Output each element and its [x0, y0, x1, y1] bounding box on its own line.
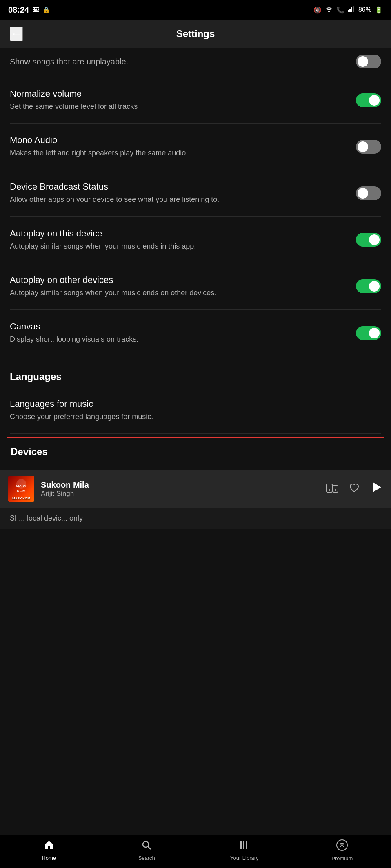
mono-audio-text: Mono Audio Makes the left and right spea… — [10, 135, 356, 158]
home-icon — [44, 840, 54, 853]
svg-text:KOM: KOM — [17, 489, 26, 493]
mono-audio-toggle[interactable] — [356, 140, 381, 154]
bottom-navigation: Home Search Your Library P — [0, 835, 391, 868]
search-icon — [141, 840, 152, 853]
status-photo-icon: 🖼 — [33, 7, 39, 13]
premium-label: Premium — [331, 855, 353, 861]
canvas-desc: Display short, looping visuals on tracks… — [10, 334, 348, 345]
mini-player-title: Sukoon Mila — [41, 480, 319, 490]
album-art: MARY KOM — [8, 476, 34, 502]
languages-music-row[interactable]: Languages for music Choose your preferre… — [10, 387, 381, 434]
normalize-volume-desc: Set the same volume level for all tracks — [10, 102, 348, 112]
status-right: 🔇 📞 86% 🔋 — [313, 6, 383, 14]
svg-rect-9 — [333, 486, 338, 492]
mute-icon: 🔇 — [313, 6, 322, 14]
svg-point-10 — [329, 489, 330, 491]
svg-point-13 — [143, 841, 149, 847]
device-broadcast-desc: Allow other apps on your device to see w… — [10, 194, 348, 205]
unplayable-songs-row: Show songs that are unplayable. — [0, 48, 391, 77]
normalize-volume-title: Normalize volume — [10, 88, 348, 99]
svg-rect-16 — [243, 841, 244, 849]
languages-music-text: Languages for music Choose your preferre… — [10, 399, 381, 422]
back-button[interactable]: ← — [10, 27, 23, 41]
home-label: Home — [42, 855, 56, 861]
nav-search[interactable]: Search — [130, 840, 163, 861]
mini-player[interactable]: MARY KOM Sukoon Mila Arijit Singh — [0, 470, 391, 508]
show-local-devices-text: Sh... local devic... only — [10, 514, 83, 522]
autoplay-other-text: Autoplay on other devices Autoplay simil… — [10, 275, 356, 298]
battery-icon: 🔋 — [375, 6, 383, 14]
svg-rect-17 — [246, 841, 247, 849]
svg-rect-3 — [353, 6, 354, 12]
battery-percentage: 86% — [358, 6, 371, 13]
normalize-volume-text: Normalize volume Set the same volume lev… — [10, 88, 356, 112]
nav-library[interactable]: Your Library — [228, 840, 261, 861]
premium-icon — [336, 839, 348, 854]
autoplay-other-title: Autoplay on other devices — [10, 275, 348, 285]
svg-marker-12 — [373, 482, 381, 492]
autoplay-device-toggle[interactable] — [356, 233, 381, 247]
mini-player-controls — [326, 481, 383, 497]
like-icon[interactable] — [349, 482, 360, 496]
mono-audio-row: Mono Audio Makes the left and right spea… — [10, 124, 381, 170]
autoplay-device-text: Autoplay on this device Autoplay similar… — [10, 228, 356, 252]
page-title: Settings — [176, 28, 215, 40]
settings-list: Normalize volume Set the same volume lev… — [0, 77, 391, 466]
unplayable-toggle[interactable] — [356, 55, 381, 68]
nav-premium[interactable]: Premium — [326, 839, 358, 861]
autoplay-other-row: Autoplay on other devices Autoplay simil… — [10, 263, 381, 310]
normalize-volume-row: Normalize volume Set the same volume lev… — [10, 77, 381, 124]
devices-partial-text: Sh... local devic... only — [0, 508, 391, 529]
normalize-volume-toggle[interactable] — [356, 93, 381, 107]
device-broadcast-title: Device Broadcast Status — [10, 181, 348, 192]
svg-point-19 — [341, 844, 343, 846]
wifi-icon — [325, 6, 333, 14]
svg-rect-0 — [348, 10, 349, 12]
autoplay-device-row: Autoplay on this device Autoplay similar… — [10, 217, 381, 263]
device-broadcast-toggle[interactable] — [356, 186, 381, 200]
autoplay-other-desc: Autoplay similar songs when your music e… — [10, 288, 348, 298]
languages-music-desc: Choose your preferred languages for musi… — [10, 412, 373, 422]
call-icon: 📞 — [336, 6, 344, 14]
autoplay-other-toggle[interactable] — [356, 279, 381, 293]
device-broadcast-row: Device Broadcast Status Allow other apps… — [10, 170, 381, 216]
status-bar: 08:24 🖼 🔒 🔇 📞 86% 🔋 — [0, 0, 391, 20]
nav-home[interactable]: Home — [33, 840, 65, 861]
mini-player-artist: Arijit Singh — [41, 490, 319, 498]
devices-section-highlighted: Devices — [7, 437, 384, 466]
autoplay-device-title: Autoplay on this device — [10, 228, 348, 239]
settings-content: Show songs that are unplayable. Normaliz… — [0, 48, 391, 611]
svg-rect-2 — [351, 7, 352, 12]
languages-section-header: Languages — [10, 356, 381, 387]
settings-header: ← Settings — [0, 20, 391, 48]
library-label: Your Library — [230, 855, 259, 861]
devices-section-title: Devices — [11, 446, 380, 457]
svg-rect-1 — [349, 9, 351, 12]
svg-point-7 — [16, 479, 26, 489]
autoplay-device-desc: Autoplay similar songs when your music e… — [10, 241, 348, 252]
connect-device-icon[interactable] — [326, 482, 339, 495]
svg-point-11 — [335, 489, 336, 491]
mini-player-info: Sukoon Mila Arijit Singh — [41, 480, 319, 498]
device-broadcast-text: Device Broadcast Status Allow other apps… — [10, 181, 356, 205]
canvas-toggle[interactable] — [356, 326, 381, 340]
canvas-title: Canvas — [10, 321, 348, 332]
signal-icon — [348, 6, 355, 14]
status-lock-icon: 🔒 — [43, 7, 50, 13]
search-label: Search — [138, 855, 155, 861]
languages-music-title: Languages for music — [10, 399, 373, 409]
status-time: 08:24 — [8, 5, 29, 15]
mono-audio-title: Mono Audio — [10, 135, 348, 146]
svg-rect-15 — [240, 841, 242, 849]
languages-section-title: Languages — [10, 371, 381, 382]
library-icon — [239, 840, 250, 853]
status-left: 08:24 🖼 🔒 — [8, 5, 50, 15]
canvas-text: Canvas Display short, looping visuals on… — [10, 321, 356, 345]
svg-line-14 — [148, 847, 151, 850]
play-icon[interactable] — [370, 481, 383, 497]
unplayable-songs-label: Show songs that are unplayable. — [10, 57, 128, 66]
mono-audio-desc: Makes the left and right speakers play t… — [10, 148, 348, 158]
canvas-row: Canvas Display short, looping visuals on… — [10, 310, 381, 356]
